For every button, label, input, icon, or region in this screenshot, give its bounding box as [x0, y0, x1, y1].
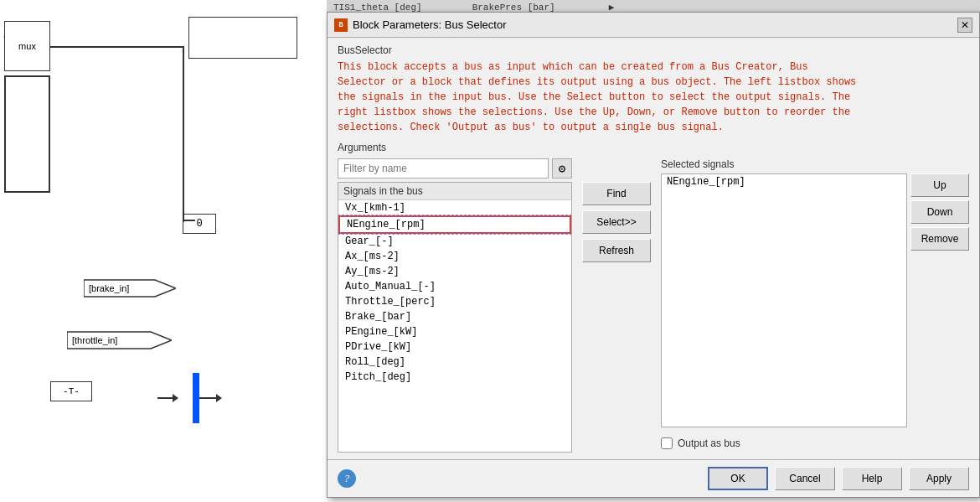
T-block: -T- — [50, 381, 92, 401]
signal-item[interactable]: Throttle_[perc] — [338, 294, 571, 309]
blue-connector — [193, 373, 199, 423]
select-button[interactable]: Select>> — [582, 210, 651, 234]
signals-header: Signals in the bus — [338, 183, 571, 200]
middle-buttons: Find Select>> Refresh — [579, 158, 654, 453]
up-button[interactable]: Up — [910, 173, 969, 197]
description-text: This block accepts a bus as input which … — [338, 60, 969, 135]
throttle-in-label: [throttle_in] — [67, 335, 117, 345]
mux-block: mux — [4, 21, 50, 71]
bottom-block — [4, 75, 50, 193]
filter-row: ⚙ — [338, 158, 572, 179]
brake-in-block: [brake_in] — [84, 277, 176, 300]
dialog-title: Block Parameters: Bus Selector — [353, 18, 507, 31]
arguments-label: Arguments — [338, 142, 969, 153]
signal-item[interactable]: Ay_[ms-2] — [338, 264, 571, 279]
cancel-button[interactable]: Cancel — [775, 467, 835, 490]
title-bar: B Block Parameters: Bus Selector ✕ — [328, 13, 979, 38]
block-type-label: BusSelector — [338, 44, 969, 56]
zero-label: 0 — [196, 218, 202, 230]
canvas-area: ⇒ mux 0 [brake_in] [throttle_in] -T- — [0, 0, 327, 502]
line-v1 — [183, 46, 184, 222]
refresh-button[interactable]: Refresh — [582, 239, 651, 262]
help-button[interactable]: Help — [842, 467, 902, 490]
signal-item[interactable]: PEngine_[kW] — [338, 324, 571, 339]
signal-item[interactable]: PDrive_[kW] — [338, 339, 571, 355]
title-bar-left: B Block Parameters: Bus Selector — [334, 18, 507, 32]
tab-brakepres[interactable]: BrakePres [bar] — [472, 3, 555, 13]
tab-tis1[interactable]: TIS1_theta [deg] — [333, 3, 422, 13]
signal-item[interactable]: Roll_[deg] — [338, 355, 571, 370]
output-bus-row: Output as bus — [661, 434, 969, 453]
output-as-bus-checkbox[interactable] — [661, 437, 673, 449]
left-panel: ⚙ Signals in the bus Vx_[kmh-1]NEngine_[… — [338, 158, 572, 453]
apply-button[interactable]: Apply — [909, 467, 969, 490]
dialog-content: BusSelector This block accepts a bus as … — [328, 38, 979, 459]
help-icon-button[interactable]: ? — [338, 469, 356, 488]
side-buttons: Up Down Remove — [910, 173, 969, 427]
ok-button[interactable]: OK — [708, 467, 768, 490]
output-as-bus-label: Output as bus — [678, 437, 740, 449]
line-h2 — [183, 220, 195, 221]
filter-settings-button[interactable]: ⚙ — [552, 158, 572, 179]
arrow-right-connector — [199, 394, 222, 402]
remove-button[interactable]: Remove — [910, 227, 969, 251]
down-button[interactable]: Down — [910, 200, 969, 224]
right-content: NEngine_[rpm] Up Down Remove — [661, 173, 969, 427]
dialog-icon: B — [334, 18, 348, 32]
signal-item[interactable]: Pitch_[deg] — [338, 370, 571, 385]
find-button[interactable]: Find — [582, 182, 651, 205]
selected-listbox[interactable]: NEngine_[rpm] — [661, 173, 907, 427]
filter-input[interactable] — [338, 158, 549, 179]
signals-listbox[interactable]: Signals in the bus Vx_[kmh-1]NEngine_[rp… — [338, 182, 572, 453]
selected-list-container: NEngine_[rpm] — [662, 174, 906, 189]
signals-list-container: Vx_[kmh-1]NEngine_[rpm]Gear_[-]Ax_[ms-2]… — [338, 200, 571, 385]
mux-label: mux — [18, 41, 36, 51]
line-h1 — [50, 46, 184, 48]
arguments-area: ⚙ Signals in the bus Vx_[kmh-1]NEngine_[… — [338, 158, 969, 453]
dialog-block-parameters: B Block Parameters: Bus Selector ✕ BusSe… — [327, 12, 980, 498]
selected-signals-label: Selected signals — [661, 158, 969, 170]
signal-item[interactable]: NEngine_[rpm] — [338, 215, 571, 234]
signal-item[interactable]: Gear_[-] — [338, 234, 571, 249]
selected-signal-item[interactable]: NEngine_[rpm] — [662, 174, 906, 189]
signal-item[interactable]: Vx_[kmh-1] — [338, 200, 571, 215]
signal-item[interactable]: Auto_Manual_[-] — [338, 279, 571, 294]
signal-item[interactable]: Brake_[bar] — [338, 309, 571, 324]
top-block — [188, 17, 297, 59]
T-label: -T- — [63, 386, 80, 396]
signal-item[interactable]: Ax_[ms-2] — [338, 249, 571, 264]
zero-block: 0 — [183, 214, 216, 234]
right-panel: Selected signals NEngine_[rpm] Up Down R… — [661, 158, 969, 453]
brake-in-label: [brake_in] — [84, 283, 129, 293]
bottom-bar: ? OK Cancel Help Apply — [328, 459, 979, 497]
throttle-in-block: [throttle_in] — [67, 329, 172, 352]
close-button[interactable]: ✕ — [957, 18, 972, 33]
arrow-connector — [157, 394, 178, 402]
